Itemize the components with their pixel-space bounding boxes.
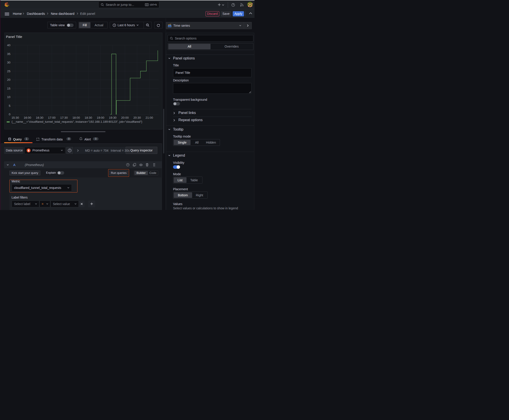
svg-text:5: 5 xyxy=(9,104,10,107)
svg-text:35: 35 xyxy=(7,52,11,55)
svg-text:40: 40 xyxy=(7,44,11,47)
svg-text:19:30: 19:30 xyxy=(109,116,117,119)
svg-text:15: 15 xyxy=(7,87,11,90)
svg-text:16:00: 16:00 xyxy=(23,116,31,119)
svg-text:18:00: 18:00 xyxy=(73,116,80,119)
svg-text:19:00: 19:00 xyxy=(97,116,104,119)
svg-text:30: 30 xyxy=(7,61,11,64)
svg-text:21:00: 21:00 xyxy=(145,116,153,119)
svg-text:20: 20 xyxy=(7,78,11,82)
svg-text:16:30: 16:30 xyxy=(36,116,44,119)
svg-text:0: 0 xyxy=(9,113,10,116)
svg-text:18:30: 18:30 xyxy=(85,116,92,119)
svg-text:10: 10 xyxy=(7,95,11,99)
svg-text:25: 25 xyxy=(7,69,11,73)
svg-text:20:30: 20:30 xyxy=(133,116,141,119)
svg-text:17:00: 17:00 xyxy=(48,116,56,119)
svg-text:17:30: 17:30 xyxy=(60,116,68,119)
svg-text:15:30: 15:30 xyxy=(11,116,19,119)
svg-text:20:00: 20:00 xyxy=(121,116,129,119)
svg-text:{__name__="cloudflared_tunnel_: {__name__="cloudflared_tunnel_total_requ… xyxy=(12,120,143,123)
